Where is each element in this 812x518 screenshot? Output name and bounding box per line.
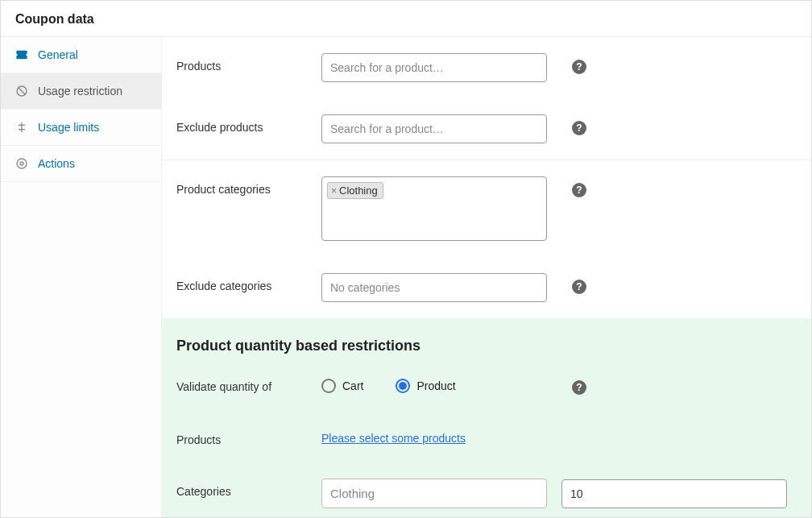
row-validate-quantity: Validate quantity of Cart Product (176, 358, 797, 411)
label-products: Products (176, 53, 321, 73)
product-categories-input[interactable]: × Clothing (321, 176, 547, 241)
gear-icon (15, 157, 28, 170)
tab-label: Actions (38, 157, 75, 170)
label-product-categories: Product categories (176, 176, 321, 196)
label-validate-quantity: Validate quantity of (176, 374, 321, 393)
section-title: Product quantity based restrictions (176, 318, 797, 358)
label-pqbr-categories: Categories (176, 479, 321, 498)
label-exclude-categories: Exclude categories (176, 273, 321, 292)
help-icon[interactable]: ? (572, 121, 586, 135)
pqbr-quantity-input[interactable] (561, 479, 787, 508)
pqbr-categories-input[interactable]: Clothing (321, 479, 547, 508)
ticket-icon (15, 48, 28, 61)
help-icon[interactable]: ? (572, 280, 586, 294)
token-label: Clothing (339, 184, 378, 197)
radio-cart[interactable]: Cart (321, 379, 363, 393)
exclude-products-input[interactable] (321, 114, 547, 143)
remove-token-icon[interactable]: × (331, 185, 337, 197)
radio-icon (396, 379, 410, 393)
row-exclude-categories: Exclude categories ? (176, 257, 797, 318)
panel-title: Coupon data (1, 1, 811, 37)
section-product-filters: Products ? Exclude products ? (162, 37, 811, 160)
content-area: Products ? Exclude products ? P (162, 37, 811, 517)
tab-usage-restriction[interactable]: Usage restriction (1, 73, 161, 110)
products-input[interactable] (321, 53, 547, 82)
tab-general[interactable]: General (1, 37, 161, 73)
help-icon[interactable]: ? (572, 380, 586, 395)
row-products: Products ? (176, 37, 797, 98)
label-pqbr-products: Products (176, 427, 321, 446)
svg-line-1 (19, 88, 25, 94)
help-icon[interactable]: ? (572, 60, 586, 74)
select-products-link[interactable]: Please select some products (321, 432, 466, 445)
radio-label: Cart (342, 379, 363, 392)
row-product-categories: Product categories × Clothing ? (176, 160, 797, 257)
radio-label: Product (416, 379, 455, 392)
svg-point-6 (17, 159, 27, 168)
tab-label: Usage restriction (38, 85, 122, 97)
radio-icon (321, 379, 336, 393)
tab-actions[interactable]: Actions (1, 146, 161, 182)
row-pqbr-categories: Categories Clothing (176, 462, 797, 517)
label-exclude-products: Exclude products (176, 114, 321, 134)
svg-point-5 (20, 162, 23, 165)
exclude-categories-input[interactable] (321, 273, 547, 302)
tab-label: Usage limits (38, 121, 99, 134)
coupon-data-panel: Coupon data General Usage restriction Us… (0, 0, 812, 518)
tab-usage-limits[interactable]: Usage limits (1, 110, 161, 146)
panel-body: General Usage restriction Usage limits A… (1, 37, 811, 517)
category-token[interactable]: × Clothing (327, 182, 383, 199)
tab-label: General (38, 48, 78, 61)
sliders-icon (15, 121, 28, 134)
section-category-filters: Product categories × Clothing ? Exclude … (162, 160, 811, 318)
ban-icon (15, 85, 28, 97)
sidebar: General Usage restriction Usage limits A… (1, 37, 162, 517)
help-icon[interactable]: ? (572, 183, 586, 197)
row-exclude-products: Exclude products ? (176, 98, 797, 160)
section-quantity-restrictions: Product quantity based restrictions Vali… (162, 318, 811, 517)
radio-product[interactable]: Product (396, 379, 455, 393)
row-pqbr-products: Products Please select some products (176, 411, 797, 462)
validate-quantity-radio-group: Cart Product (321, 374, 563, 393)
